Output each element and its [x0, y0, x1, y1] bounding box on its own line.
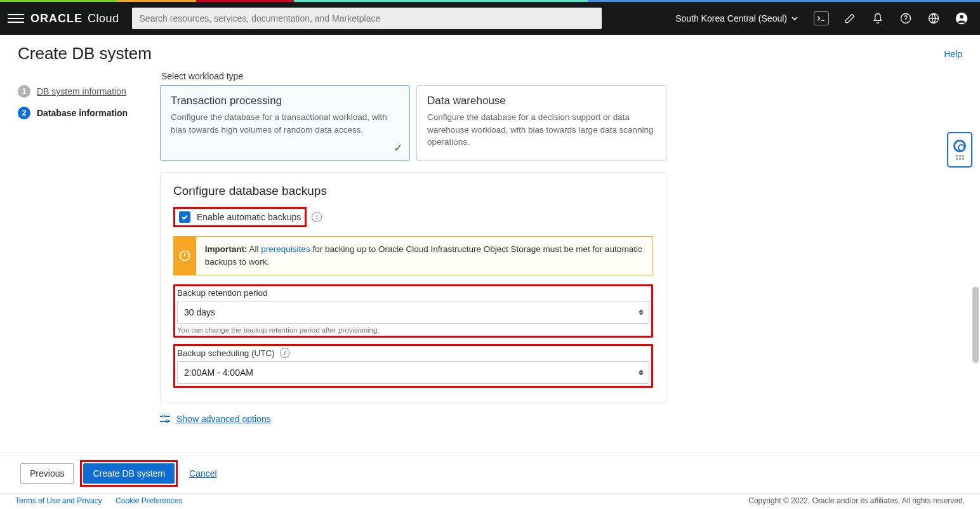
region-label: South Korea Central (Seoul): [675, 13, 787, 23]
alert-strong: Important:: [205, 244, 248, 254]
alert-text-pre: All: [248, 244, 262, 254]
svg-point-3: [960, 15, 963, 18]
previous-button[interactable]: Previous: [20, 463, 74, 484]
action-bar: Previous Create DB system Cancel: [0, 452, 980, 493]
step-number: 2: [18, 107, 30, 119]
page-title: Create DB system: [18, 44, 152, 63]
card-data-warehouse[interactable]: Data warehouse Configure the database fo…: [416, 85, 666, 161]
support-widget[interactable]: [947, 132, 972, 168]
form-content: Select workload type Transaction process…: [160, 71, 980, 468]
step-label: Database information: [37, 108, 128, 118]
terms-link[interactable]: Terms of Use and Privacy: [15, 496, 102, 505]
retention-value: 30 days: [184, 307, 215, 317]
schedule-select[interactable]: 2:00AM - 4:00AM: [177, 361, 649, 384]
info-icon[interactable]: i: [312, 212, 322, 222]
backups-heading: Configure database backups: [173, 184, 653, 198]
legal-bar: Terms of Use and Privacy Cookie Preferen…: [0, 493, 980, 509]
title-bar: Create DB system Help: [0, 35, 980, 71]
cancel-link[interactable]: Cancel: [189, 468, 217, 479]
updown-icon: [639, 310, 644, 315]
brand-logo[interactable]: ORACLE Cloud: [30, 12, 119, 25]
step-number: 1: [18, 85, 30, 98]
backup-prereq-alert: Important: All prerequisites for backing…: [173, 236, 653, 276]
highlight-enable-backups: Enable automatic backups: [173, 207, 307, 227]
help-link[interactable]: Help: [944, 49, 962, 59]
bell-icon[interactable]: [871, 11, 885, 25]
schedule-label-text: Backup scheduling (UTC): [177, 348, 275, 358]
create-db-system-button[interactable]: Create DB system: [83, 463, 175, 484]
card-title: Transaction processing: [171, 95, 399, 107]
prerequisites-link[interactable]: prerequisites: [261, 244, 310, 254]
search-input[interactable]: [132, 8, 602, 29]
cloud-shell-icon[interactable]: [814, 11, 829, 25]
alert-body: Important: All prerequisites for backing…: [196, 237, 652, 275]
globe-icon[interactable]: [927, 11, 941, 25]
enable-backups-label: Enable automatic backups: [197, 212, 301, 222]
backups-panel: Configure database backups Enable automa…: [160, 172, 666, 403]
step-db-system-info[interactable]: 1 DB system information: [18, 85, 154, 98]
search-container: [132, 8, 602, 29]
card-transaction-processing[interactable]: Transaction processing Configure the dat…: [160, 85, 410, 161]
menu-icon[interactable]: [8, 10, 24, 27]
edit-icon[interactable]: [843, 11, 857, 25]
global-header: ORACLE Cloud South Korea Central (Seoul): [0, 2, 980, 35]
schedule-field: Backup scheduling (UTC) i 2:00AM - 4:00A…: [177, 348, 649, 384]
copyright-text: Copyright © 2022, Oracle and/or its affi…: [748, 496, 965, 505]
schedule-label: Backup scheduling (UTC) i: [177, 348, 649, 358]
advanced-label: Show advanced options: [176, 414, 271, 424]
alert-warning-icon: [174, 237, 196, 275]
scrollbar-thumb[interactable]: [972, 287, 979, 363]
updown-icon: [639, 370, 644, 376]
card-desc: Configure the database for a decision su…: [427, 111, 656, 149]
brand-text-cloud: Cloud: [88, 12, 119, 25]
grip-dots-icon: [956, 155, 964, 160]
step-label: DB system information: [37, 86, 126, 96]
cookies-link[interactable]: Cookie Preferences: [116, 496, 182, 505]
retention-select[interactable]: 30 days: [177, 301, 649, 324]
highlight-retention: Backup retention period 30 days You can …: [173, 284, 653, 338]
retention-label: Backup retention period: [177, 288, 649, 298]
profile-icon[interactable]: [955, 11, 969, 25]
workload-section-label: Select workload type: [161, 71, 941, 81]
retention-field: Backup retention period 30 days You can …: [177, 288, 649, 334]
main-area: 1 DB system information 2 Database infor…: [0, 71, 980, 468]
retention-help: You can change the backup retention peri…: [177, 326, 649, 334]
footer: Previous Create DB system Cancel Terms o…: [0, 452, 980, 509]
step-database-info: 2 Database information: [18, 107, 154, 119]
card-title: Data warehouse: [427, 95, 656, 107]
chevron-down-icon: [791, 15, 798, 22]
enable-backups-checkbox[interactable]: [179, 211, 190, 223]
highlight-schedule: Backup scheduling (UTC) i 2:00AM - 4:00A…: [173, 344, 653, 388]
region-selector[interactable]: South Korea Central (Seoul): [675, 13, 798, 23]
highlight-create-button: Create DB system: [80, 460, 178, 487]
info-icon[interactable]: i: [280, 348, 290, 358]
lifebuoy-icon: [953, 140, 966, 152]
brand-text-oracle: ORACLE: [30, 12, 83, 25]
wizard-steps: 1 DB system information 2 Database infor…: [0, 71, 160, 468]
card-desc: Configure the database for a transaction…: [171, 111, 399, 136]
sliders-icon: [160, 414, 170, 423]
workload-cards: Transaction processing Configure the dat…: [160, 85, 941, 161]
help-icon[interactable]: [899, 11, 913, 25]
schedule-value: 2:00AM - 4:00AM: [184, 367, 253, 378]
show-advanced-options-link[interactable]: Show advanced options: [160, 414, 941, 424]
